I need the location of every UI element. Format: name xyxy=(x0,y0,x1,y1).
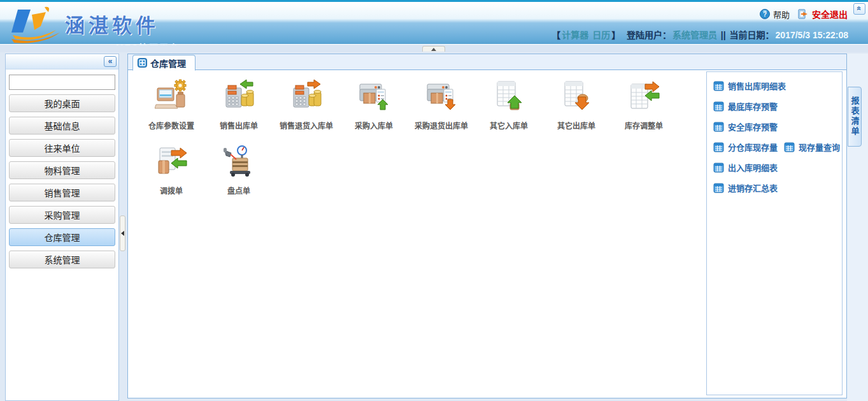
report-table-icon xyxy=(713,101,724,112)
report-min-stock-warning[interactable]: 最底库存预警 xyxy=(713,100,778,112)
current-datetime: 2017/5/3 15:22:08 xyxy=(776,30,848,40)
scanner-box-icon xyxy=(222,144,255,180)
box-swap-arrows-icon xyxy=(155,144,188,180)
report-stock-by-warehouse[interactable]: 分仓库现存量 xyxy=(713,141,778,153)
module-sales-outbound-order[interactable]: 销售出库单 xyxy=(205,79,273,144)
module-purchase-return-outbound-order[interactable]: 采购退货出库单 xyxy=(408,79,475,144)
report-table-icon xyxy=(713,142,724,152)
report-list-tab-label: 报表清单 xyxy=(849,96,861,137)
tab-warehouse-mgmt[interactable]: 仓库管理 xyxy=(132,55,196,71)
sheet-down-arrow-icon xyxy=(560,79,593,115)
sidebar-item-business-partners[interactable]: 往来单位 xyxy=(9,139,115,157)
register-coins-orange-arrow-icon xyxy=(290,79,323,115)
bracket: 】 xyxy=(611,30,620,40)
date-label: 当前日期： xyxy=(730,30,774,40)
module-sales-return-inbound-order[interactable]: 销售退货入库单 xyxy=(273,79,340,144)
laptop-gear-icon xyxy=(155,79,188,115)
sidebar-item-my-desktop[interactable]: 我的桌面 xyxy=(9,94,115,112)
report-current-stock-query[interactable]: 现存量查询 xyxy=(784,141,840,153)
double-chevron-left-icon: « xyxy=(108,57,113,66)
sidebar-item-sales-mgmt[interactable]: 销售管理 xyxy=(9,184,115,201)
triangle-up-icon xyxy=(431,48,436,51)
sidebar-item-purchase-mgmt[interactable]: 采购管理 xyxy=(9,206,115,224)
printer-box-down-arrow-icon xyxy=(425,79,458,115)
svg-text:?: ? xyxy=(763,11,767,18)
register-coins-green-arrow-icon xyxy=(222,79,255,115)
module-inventory-adjustment-order[interactable]: 库存调整单 xyxy=(610,79,678,144)
sidebar-header: « xyxy=(6,54,118,69)
header-info-row: 【计算器 日历】 登陆用户：系统管理员 || 当前日期：2017/5/3 15:… xyxy=(551,28,849,41)
sidebar-splitter-grip[interactable] xyxy=(120,215,125,251)
header-collapse-grip[interactable] xyxy=(422,46,445,52)
report-table-icon xyxy=(713,163,724,173)
logout-door-icon[interactable] xyxy=(798,9,809,19)
sidebar-item-warehouse-mgmt[interactable]: 仓库管理 xyxy=(9,228,115,246)
tab-report-list[interactable]: 报表清单 xyxy=(848,87,862,147)
sidebar-item-system-mgmt[interactable]: 系统管理 xyxy=(9,251,115,268)
logo-title: 涵湛软件 xyxy=(65,10,180,38)
double-chevron-up-icon: « xyxy=(855,6,864,11)
calculator-link[interactable]: 计算器 xyxy=(562,30,588,40)
logout-button[interactable]: 安全退出 xyxy=(812,8,848,20)
bracket: 【 xyxy=(551,30,560,40)
report-sales-outbound-detail[interactable]: 销售出库明细表 xyxy=(713,80,786,92)
module-other-inbound-order[interactable]: 其它入库单 xyxy=(475,79,543,144)
printer-box-up-arrow-icon xyxy=(357,79,390,115)
sidebar: « 我的桌面 基础信息 往来单位 物料管理 销售管理 采购管理 仓库管理 系统管… xyxy=(5,54,119,401)
login-label: 登陆用户： xyxy=(627,30,671,40)
sheet-up-arrow-icon xyxy=(492,79,525,115)
report-list-panel: 销售出库明细表 最底库存预警 xyxy=(706,71,843,395)
triangle-left-icon xyxy=(121,231,124,236)
login-user: 系统管理员 xyxy=(672,30,717,40)
main-panel: 仓库管理 xyxy=(127,54,847,398)
module-purchase-inbound-order[interactable]: 采购入库单 xyxy=(340,79,408,144)
tab-bar: 仓库管理 xyxy=(128,54,846,70)
calendar-link[interactable]: 日历 xyxy=(592,30,610,40)
right-tab-strip: 报表清单 xyxy=(847,54,868,401)
module-transfer-order[interactable]: 调拨单 xyxy=(138,144,205,209)
report-safety-stock-warning[interactable]: 安全库存预警 xyxy=(713,120,778,133)
header-collapse-strip xyxy=(0,45,868,52)
sidebar-search-input[interactable] xyxy=(9,75,115,90)
app-header: 涵湛软件 ——MES管理平台 ? 帮助 安全退出 « 【计算器 日历】 登陆用户… xyxy=(0,0,868,45)
help-icon[interactable]: ? xyxy=(760,9,770,19)
help-button[interactable]: 帮助 xyxy=(773,8,790,20)
module-icon-grid: 仓库参数设置 xyxy=(128,70,706,398)
module-other-outbound-order[interactable]: 其它出库单 xyxy=(543,79,610,144)
tab-label: 仓库管理 xyxy=(150,57,186,69)
header-actions: ? 帮助 安全退出 xyxy=(760,8,848,20)
report-table-icon xyxy=(713,122,724,132)
sidebar-item-basic-info[interactable]: 基础信息 xyxy=(9,117,115,135)
sidebar-collapse-button[interactable]: « xyxy=(104,56,117,67)
sheet-swap-arrows-icon xyxy=(627,79,660,115)
module-warehouse-param-settings[interactable]: 仓库参数设置 xyxy=(138,79,205,144)
window-plus-icon xyxy=(138,58,147,68)
report-table-icon xyxy=(713,81,724,91)
report-table-icon xyxy=(784,142,795,152)
module-stocktaking-order[interactable]: 盘点单 xyxy=(205,144,273,209)
header-collapse-button[interactable]: « xyxy=(853,3,865,15)
report-inout-detail[interactable]: 出入库明细表 xyxy=(713,161,778,173)
report-table-icon xyxy=(713,183,724,193)
main-content: 仓库参数设置 xyxy=(128,70,846,398)
sidebar-item-material-mgmt[interactable]: 物料管理 xyxy=(9,161,115,179)
report-purchase-sales-inventory-summary[interactable]: 进销存汇总表 xyxy=(713,182,778,194)
separator: || xyxy=(721,30,726,40)
logo-icon xyxy=(9,4,62,44)
